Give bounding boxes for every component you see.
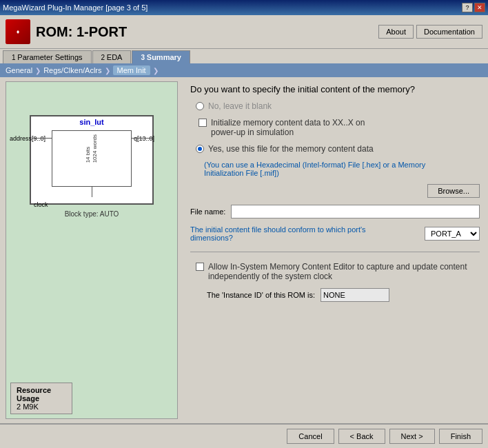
hint-text: (You can use a Hexadecimal (Intel-format… [204, 161, 480, 177]
option-no-label: No, leave it blank [208, 101, 272, 111]
checkbox-init[interactable] [199, 119, 207, 127]
resource-title: Resource Usage [17, 386, 66, 403]
diagram-area: sin_lut address[9..0] q[13..0] 14 bits 1… [6, 82, 177, 237]
footer-area: Cancel < Back Next > Finish [0, 424, 488, 448]
browse-row: Browse... [190, 184, 480, 198]
about-button[interactable]: About [378, 25, 414, 39]
option-yes-label: Yes, use this file for the memory conten… [208, 144, 374, 154]
next-button[interactable]: Next > [389, 429, 435, 444]
rom-icon-text: ♦ [17, 28, 20, 35]
option-init-label: Initialize memory content data to XX..X … [211, 118, 365, 137]
conform-text: The initial content file should conform … [190, 225, 383, 242]
bits-label: 14 bits 1024 words [85, 134, 98, 163]
rom-icon: ♦ [6, 19, 30, 44]
browse-button[interactable]: Browse... [427, 184, 480, 198]
back-button[interactable]: < Back [338, 429, 385, 444]
in-system-row: Allow In-System Memory Content Editor to… [196, 262, 480, 281]
title-bar-buttons: ? ✕ [462, 3, 485, 12]
in-system-label: Allow In-System Memory Content Editor to… [208, 262, 480, 281]
question-text: Do you want to specify the initial conte… [190, 84, 480, 94]
instance-row: The 'Instance ID' of this ROM is: [207, 288, 480, 302]
radio-yes[interactable] [196, 145, 204, 153]
breadcrumb-regs[interactable]: Regs/Clken/Aclrs [43, 66, 101, 74]
cancel-button[interactable]: Cancel [287, 429, 334, 444]
file-name-input[interactable] [231, 205, 480, 218]
chip-diagram: sin_lut address[9..0] q[13..0] 14 bits 1… [30, 115, 154, 205]
checkbox-in-system[interactable] [196, 263, 204, 271]
title-bar: MegaWizard Plug-In Manager [page 3 of 5]… [0, 0, 488, 15]
window-body: ♦ ROM: 1-PORT About Documentation 1 Para… [0, 15, 488, 448]
tab-summary[interactable]: 3 Summary [132, 50, 190, 63]
tab-eda[interactable]: 2 EDA [92, 50, 132, 63]
left-panel: sin_lut address[9..0] q[13..0] 14 bits 1… [6, 81, 178, 419]
chip-title: sin_lut [31, 116, 152, 128]
breadcrumb-arrow-2: ❯ [105, 67, 110, 74]
conform-row: The initial content file should conform … [190, 225, 480, 242]
conform-select[interactable]: PORT_A [425, 227, 480, 241]
pin-q: q[13..0] [134, 135, 154, 142]
file-name-row: File name: [190, 205, 480, 218]
window-title: MegaWizard Plug-In Manager [page 3 of 5] [3, 3, 148, 12]
instance-label: The 'Instance ID' of this ROM is: [207, 291, 315, 299]
close-button[interactable]: ✕ [474, 3, 485, 12]
breadcrumb-arrow-1: ❯ [35, 67, 41, 74]
help-button[interactable]: ? [462, 3, 473, 12]
right-panel: Do you want to specify the initial conte… [182, 77, 488, 423]
breadcrumb-general[interactable]: General [6, 66, 32, 74]
option-yes-row: Yes, use this file for the memory conten… [196, 144, 480, 154]
header-area: ♦ ROM: 1-PORT About Documentation [0, 15, 488, 49]
main-content: sin_lut address[9..0] q[13..0] 14 bits 1… [0, 77, 488, 423]
breadcrumb-mem-init[interactable]: Mem Init [113, 65, 150, 75]
checkbox-init-row: Initialize memory content data to XX..X … [199, 118, 480, 137]
instance-input[interactable] [321, 288, 389, 302]
radio-no[interactable] [196, 102, 204, 110]
rom-title-area: ♦ ROM: 1-PORT [6, 19, 127, 44]
documentation-button[interactable]: Documentation [416, 25, 482, 39]
pin-address: address[9..0] [10, 135, 45, 142]
separator [190, 252, 480, 252]
breadcrumb-arrow-3: ❯ [153, 67, 159, 74]
finish-button[interactable]: Finish [439, 429, 482, 444]
file-name-label: File name: [190, 207, 225, 216]
resource-value: 2 M9K [17, 403, 66, 411]
page-title: ROM: 1-PORT [36, 24, 127, 40]
breadcrumb-bar: General ❯ Regs/Clken/Aclrs ❯ Mem Init ❯ [0, 63, 488, 77]
tab-parameter-settings[interactable]: 1 Parameter Settings [3, 50, 92, 63]
resource-box: Resource Usage 2 M9K [10, 383, 72, 414]
tabs-area: 1 Parameter Settings 2 EDA 3 Summary [0, 49, 488, 63]
header-buttons: About Documentation [378, 25, 482, 39]
option-no-row: No, leave it blank [196, 101, 480, 111]
block-type: Block type: AUTO [31, 209, 152, 219]
pin-clock: clock [34, 201, 48, 208]
